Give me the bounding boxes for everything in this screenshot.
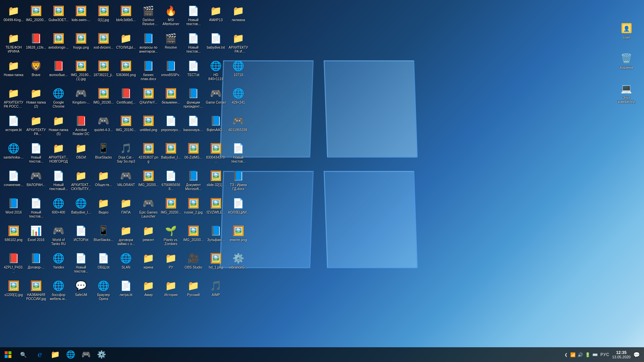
desktop-icon-k3[interactable]: 🖼️18738222_ji... [93,58,114,84]
desktop-icon-p6[interactable]: 📊Excel 2016 [25,223,47,249]
desktop-icon-l1[interactable]: 🎮Kingdom-... [70,85,92,112]
desktop-icon-l9[interactable]: 📄история.bt [3,113,24,139]
desktop-icon-k2[interactable]: 🖼️IMG_20190... (1).jpg [70,58,92,84]
desktop-icon-r11[interactable]: 📁Русский [182,278,204,304]
desktop-icon-j2[interactable]: 🖼️avtodorogii-... [48,30,69,57]
desktop-icon-q3[interactable]: 🖼️енкген.png [227,223,249,249]
desktop-icon-m7[interactable]: 🎮6011955339... [227,113,249,139]
desktop-icon-l10[interactable]: 📁АРХИТЕКТУРА ВЛАДИМИР [25,113,47,139]
desktop-icon-n1[interactable]: 🎵Doja Cat - Say So.mp3 [115,140,137,167]
desktop-icon-q11[interactable]: 📁РУ [160,250,182,277]
desktop-icon-m1[interactable]: 🎮quizlet-4-3... [93,113,114,139]
desktop-icon-n12[interactable]: 🎮VALORANT [115,168,137,194]
desktop-icon-r2[interactable]: ⚙️vibranceG... [227,250,249,277]
desktop-icon-q5[interactable]: 📘Договор-... [25,250,47,277]
desktop-icon-m5[interactable]: 📄kassovaya-... [182,113,204,139]
desktop-icon-m4[interactable]: 📄рпрополро... [160,113,182,139]
desktop-icon-k5[interactable]: 📘бизнес план.docx [138,58,159,84]
desktop-icon-r12[interactable]: 🎵AIMP [205,278,227,304]
desktop-icon-i4[interactable]: 🖼️kids-swim-... [70,3,92,29]
desktop-icon-n3[interactable]: 🖼️Babydive_I... [160,140,182,167]
desktop-icon-m8[interactable]: 🌐santehnika-... [3,140,24,167]
desktop-icon-m12[interactable]: 📱BlueStacks [93,140,114,167]
desktop-icon-n9[interactable]: 📄Новый текстовый... [48,168,69,194]
desktop-icon-k8[interactable]: 🌐HD 840×1119 [205,58,227,84]
desktop-icon-o2[interactable]: 📄67568656568... [160,168,182,194]
desktop-icon-n8[interactable]: 🎮ВАЛОРАН... [25,168,47,194]
desktop-icon-r10[interactable]: 📁История [160,278,182,304]
desktop-icon-m2[interactable]: 🖼️IMG_20190... [115,113,137,139]
desktop-icon-r6[interactable]: 💬SafeUM [70,278,92,304]
desktop-icon-p2[interactable]: 🖼️russie_2.jpg [182,195,204,222]
desktop-icon-j4[interactable]: 🖼️xod-dvizeni... [93,30,114,57]
desktop-icon-o6[interactable]: 📘Word 2016 [3,195,24,222]
desktop-icon-l4[interactable]: 🖼️QXaVHeY... [138,85,159,112]
desktop-icon-p12[interactable]: 🌱Plants vs. Zombies [160,223,182,249]
desktop-icon-o4[interactable]: 🖼️slide-32[1]... [205,168,227,194]
desktop-icon-l8[interactable]: 🌐429×241 [227,85,249,112]
start-button[interactable] [0,347,16,362]
desktop-icon-p4[interactable]: 📄КОЛЛЕЦИИ... [227,195,249,222]
desktop-icon-i6[interactable]: 🖼️bb4c3d6b5... [115,3,137,29]
desktop-icon-m3[interactable]: 🖼️untitled.png [138,113,159,139]
desktop-icon-k1[interactable]: 📕волообые... [48,58,69,84]
desktop-icon-i8[interactable]: 🔥MSI Afterburner [160,3,182,29]
desktop-icon-o1[interactable]: 🖼️IMG_20200... [138,168,159,194]
desktop-icon-k11[interactable]: 📁Новая папка (2) [25,85,47,112]
tray-chevron[interactable]: ❮ [565,353,568,357]
desktop-icon-n2[interactable]: 🖼️42353637.png [138,140,159,167]
desktop-icon-i3[interactable]: 🖼️Gubw3OET... [48,3,69,29]
desktop-icon-q12[interactable]: 🎥OBS Studio [182,250,204,277]
desktop-icon-q2[interactable]: 📘Зульфаю... [205,223,227,249]
desktop-icon-p7[interactable]: 🎮World of Tanks RU [48,223,69,249]
desktop-icon-n4[interactable]: 🖼️06-ZstMG... [182,140,204,167]
desktop-icon-n11[interactable]: 📁Обществ... [93,168,114,194]
desktop-icon-o7[interactable]: 📄Новый текстов... [25,195,47,222]
desktop-icon-m6[interactable]: 📘BqbmA4O... [205,113,227,139]
desktop-icon-j1[interactable]: 📕18628_c1fe... [25,30,47,57]
taskbar-chrome[interactable]: 🌐 [63,347,78,362]
desktop-icon-i10[interactable]: 📁АМИР13 [205,3,227,29]
desktop-icon-j12[interactable]: 🦁Brave [25,58,47,84]
desktop-icon-i12[interactable]: 📁ТЕЛЕФОН ИРИНА [3,30,24,57]
desktop-icon-k6[interactable]: 📘xmvx8SSPv... [160,58,182,84]
desktop-icon-m11[interactable]: 📁ОБОИ [70,140,92,167]
desktop-icon-k10[interactable]: 📁АРХИТЕКТУРА РОССИЯ И... [3,85,24,112]
desktop-icon-j5[interactable]: 📁СТОЛИЦЫ... [115,30,137,57]
desktop-icon-user[interactable]: 👤 User [615,20,637,44]
desktop-icon-r1[interactable]: 🖼️hd_1.png [205,250,227,277]
desktop-icon-trash[interactable]: 🗑️ Корзина [615,50,637,74]
desktop-icon-r3[interactable]: 🖼️s1200[1].jpg [3,278,24,304]
desktop-icon-k7[interactable]: 📄ТЕСТ.bt [182,58,204,84]
desktop-icon-j6[interactable]: 📘вопросы по анкетиров... [138,30,159,57]
desktop-icon-r4[interactable]: 🖼️НАЗВАНИЯ РОССИИ.jpg [25,278,47,304]
desktop-icon-p10[interactable]: 📁договора займа с о... [115,223,137,249]
desktop-icon-j3[interactable]: 🖼️huygu.png [70,30,92,57]
desktop-icon-l12[interactable]: 📕Acrobat Reader DC [70,113,92,139]
desktop-icon-o5[interactable]: 📘ТЗ - Ирина ГД.docx [227,168,249,194]
desktop-icon-l5[interactable]: 🖼️безымянн... [160,85,182,112]
taskbar-clock[interactable]: 12:35 13.05.2020 [612,350,631,359]
desktop-icon-p5[interactable]: 🖼️686102.png [3,223,24,249]
desktop-icon-r7[interactable]: 🌐Браузер Opera [93,278,114,304]
desktop-icon-q1[interactable]: 🖼️IMG_20200... [182,223,204,249]
taskbar-search-button[interactable]: 🔍 [16,347,31,362]
desktop-icon-l6[interactable]: 📘функции президента... [182,85,204,112]
desktop-icon-q10[interactable]: 📁ирина [138,250,159,277]
desktop-icon-o11[interactable]: 📁ПАПА [115,195,137,222]
notification-bell[interactable]: 💬 [633,352,640,358]
desktop-icon-p9[interactable]: 📱BlueStacks... [93,223,114,249]
desktop-icon-p11[interactable]: 📁ремонт [138,223,159,249]
desktop-icon-i2[interactable]: 🖼️IMG_20200... [25,3,47,29]
desktop-icon-o12[interactable]: 🎮Epic Games Launcher [138,195,159,222]
desktop-icon-j10[interactable]: 📁АРХИТЕКТУРА И СКУЛЬП... [227,30,249,57]
desktop-icon-l2[interactable]: 🖼️IMG_20190... [93,85,114,112]
desktop-icon-i9[interactable]: 📄Новый текстов... [182,3,204,29]
desktop-icon-i5[interactable]: 🖼️0[1].jpg [93,3,114,29]
desktop-icon-j9[interactable]: 📄babydive.txt [205,30,227,57]
desktop-icon-i7[interactable]: 🎬DaVinci Resolve Pro... [138,3,159,29]
desktop-icon-i11[interactable]: 📁лилиана [227,3,249,29]
desktop-icon-q8[interactable]: 📄ОБЩ.bt [93,250,114,277]
desktop-icon-j11[interactable]: 📁Новая папка [3,58,24,84]
desktop-icon-q7[interactable]: 📄Новый текстов... [70,250,92,277]
